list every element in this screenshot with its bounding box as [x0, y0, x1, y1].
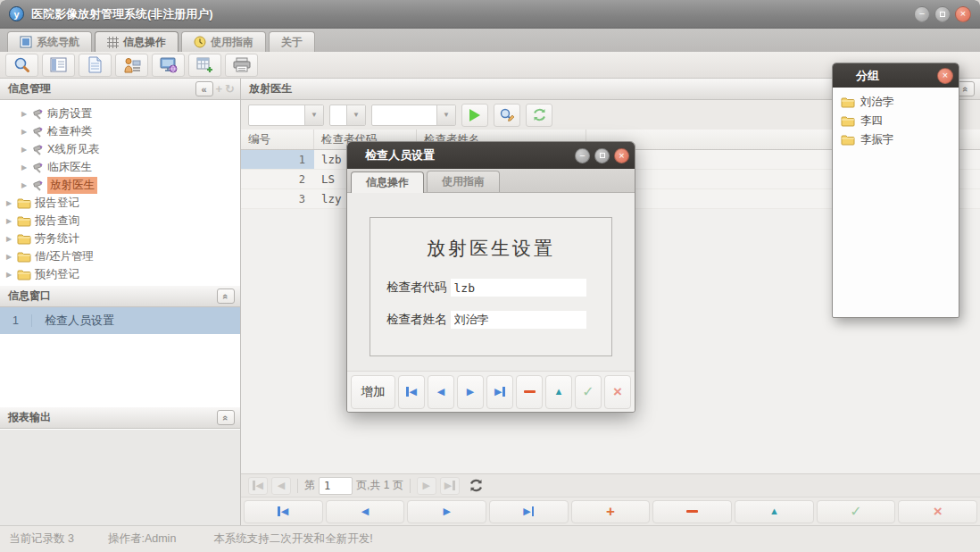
add-icon: +	[216, 82, 223, 96]
dialog-tab-info-operation[interactable]: 信息操作	[351, 171, 424, 193]
tree-item-report-query[interactable]: ▶ 报告查询	[0, 212, 240, 230]
group-close-button[interactable]: ×	[937, 68, 953, 84]
expand-arrow-icon[interactable]: ▶	[6, 253, 13, 261]
tree-item-label: 劳务统计	[35, 231, 79, 247]
form-view-button[interactable]	[42, 54, 75, 77]
nav-next-button[interactable]: ▶	[407, 500, 486, 523]
group-window-titlebar[interactable]: 分组 ×	[833, 63, 959, 88]
tree-item-clinical-doctors[interactable]: ▶ 临床医生	[0, 158, 240, 176]
document-button[interactable]	[79, 54, 112, 77]
tree-item-exam-types[interactable]: ▶ 检查种类	[0, 122, 240, 140]
edit-record-button[interactable]: ▲	[735, 500, 814, 523]
expand-arrow-icon[interactable]: ▶	[6, 235, 13, 243]
page-number-input[interactable]	[319, 477, 353, 495]
expand-arrow-icon[interactable]: ▶	[21, 128, 29, 136]
post-record-button[interactable]: ✓	[817, 500, 896, 523]
nav-last-button[interactable]: ▶	[489, 500, 569, 523]
dialog-minimize-button[interactable]: −	[575, 148, 590, 163]
refresh-icon[interactable]	[469, 478, 484, 493]
dialog-tab-user-guide[interactable]: 使用指南	[427, 171, 500, 192]
add-button[interactable]: 增加	[351, 375, 395, 409]
info-window-selected-row[interactable]: 1 检查人员设置	[0, 307, 240, 334]
collapse-panel-button[interactable]: «	[195, 81, 213, 96]
page-first-button[interactable]: ◀	[248, 477, 268, 495]
info-management-title: 信息管理	[8, 81, 51, 96]
minimize-button[interactable]: −	[914, 6, 930, 22]
expand-arrow-icon[interactable]: ▶	[21, 181, 29, 189]
chevron-down-icon[interactable]: ▼	[304, 105, 323, 125]
search-button[interactable]	[5, 54, 38, 77]
filter-operator-combo[interactable]: ▼	[329, 105, 366, 126]
table-add-button[interactable]	[188, 54, 221, 77]
insert-record-button[interactable]: +	[571, 500, 651, 523]
expand-arrow-icon[interactable]: ▶	[6, 271, 13, 279]
sidebar: 信息管理 « + ↻ ▶ 病房设置 ▶ 检查种类	[0, 79, 241, 525]
tree-item-labor-statistics[interactable]: ▶ 劳务统计	[0, 230, 240, 247]
name-input[interactable]	[451, 311, 586, 329]
tab-user-guide[interactable]: 使用指南	[181, 31, 266, 52]
column-header-number[interactable]: 编号	[241, 130, 314, 149]
maximize-button[interactable]	[934, 6, 951, 22]
dialog-title: 检查人员设置	[365, 147, 435, 163]
collapse-panel-button[interactable]: «	[957, 81, 975, 96]
run-filter-button[interactable]	[461, 104, 488, 127]
group-item[interactable]: 李振宇	[833, 130, 959, 149]
close-button[interactable]: ×	[955, 6, 971, 22]
cell-number: 3	[241, 193, 314, 205]
expand-arrow-icon[interactable]: ▶	[6, 217, 13, 225]
folder-icon	[841, 115, 855, 127]
tab-info-operation[interactable]: 信息操作	[95, 31, 179, 52]
tree-item-ward-settings[interactable]: ▶ 病房设置	[0, 105, 240, 122]
nav-prev-button[interactable]: ◀	[428, 375, 454, 409]
nav-first-button[interactable]: ◀	[244, 500, 323, 523]
info-management-header: 信息管理 « + ↻	[0, 79, 240, 100]
monitor-button[interactable]	[152, 54, 185, 77]
nav-next-button[interactable]: ▶	[457, 375, 484, 409]
cancel-record-button[interactable]: ×	[898, 500, 977, 523]
page-prev-button[interactable]: ◀	[271, 477, 291, 495]
tab-about[interactable]: 关于	[269, 31, 315, 52]
chevron-down-icon[interactable]: ▼	[346, 105, 365, 125]
tree-item-film-borrow-return[interactable]: ▶ 借/还片管理	[0, 247, 240, 265]
cancel-record-button[interactable]: ×	[604, 375, 631, 409]
personnel-button[interactable]	[115, 54, 148, 77]
delete-record-button[interactable]	[516, 375, 543, 409]
tree-item-appointment-register[interactable]: ▶ 预约登记	[0, 265, 240, 283]
edit-record-button[interactable]: ▲	[545, 375, 572, 409]
group-item[interactable]: 李四	[833, 112, 959, 130]
dialog-tabstrip: 信息操作 使用指南	[347, 169, 635, 193]
expand-arrow-icon[interactable]: ▶	[6, 199, 13, 207]
collapse-section-button[interactable]: «	[217, 410, 235, 425]
expand-arrow-icon[interactable]: ▶	[21, 146, 29, 154]
dialog-close-button[interactable]: ×	[614, 148, 629, 163]
dialog-titlebar[interactable]: 检查人员设置 − ×	[347, 142, 635, 169]
code-input[interactable]	[451, 279, 586, 297]
tree-item-xray-findings[interactable]: ▶ X线所见表	[0, 140, 240, 158]
delete-record-button[interactable]	[652, 500, 732, 523]
edit-triangle-icon: ▲	[769, 506, 779, 516]
chevron-down-icon[interactable]: ▼	[436, 105, 455, 125]
filter-field-combo[interactable]: ▼	[248, 105, 324, 126]
filter-value-combo[interactable]: ▼	[371, 105, 456, 126]
refresh-button[interactable]	[526, 104, 552, 127]
expand-arrow-icon[interactable]: ▶	[21, 163, 29, 171]
nav-prev-button[interactable]: ◀	[326, 500, 405, 523]
user-list-icon	[123, 57, 141, 73]
tree-item-report-register[interactable]: ▶ 报告登记	[0, 194, 240, 212]
post-record-button[interactable]: ✓	[575, 375, 602, 409]
tab-system-nav[interactable]: 系统导航	[7, 31, 92, 52]
folder-icon	[841, 134, 855, 146]
maximize-icon	[940, 12, 945, 17]
locate-button[interactable]	[494, 104, 520, 127]
expand-arrow-icon[interactable]: ▶	[21, 110, 29, 118]
group-item[interactable]: 刘治孛	[833, 93, 959, 112]
nav-first-button[interactable]: ◀	[398, 375, 425, 409]
collapse-section-button[interactable]: «	[217, 289, 235, 304]
dialog-maximize-button[interactable]	[594, 148, 610, 163]
print-button[interactable]	[225, 54, 258, 77]
page-next-button[interactable]: ▶	[417, 477, 436, 495]
tree-item-radiology-doctors[interactable]: ▶ 放射医生	[0, 176, 240, 194]
grid-icon	[107, 37, 119, 48]
nav-last-button[interactable]: ▶	[486, 375, 513, 409]
page-last-button[interactable]: ▶	[440, 477, 460, 495]
